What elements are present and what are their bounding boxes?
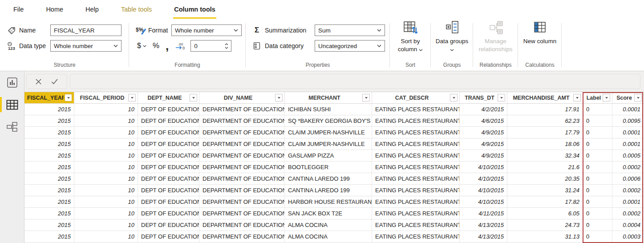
cell-merchandise_amt[interactable]: 21.6 xyxy=(507,162,583,173)
cell-merchant[interactable]: ICHIBAN SUSHI xyxy=(285,104,372,115)
cell-merchandise_amt[interactable]: 17.91 xyxy=(507,104,583,115)
cell-fiscal_year[interactable]: 2015 xyxy=(24,185,74,196)
cell-cat_descr[interactable]: EATING PLACES RESTAURANTS xyxy=(372,208,460,219)
cell-merchandise_amt[interactable]: 20.35 xyxy=(507,173,583,185)
cell-fiscal_period[interactable]: 10 xyxy=(74,208,138,219)
cell-fiscal_period[interactable]: 10 xyxy=(74,115,138,127)
cell-score[interactable]: 0.0006 xyxy=(612,173,644,185)
data-type-select[interactable]: Whole number xyxy=(50,40,122,52)
filter-dropdown-icon[interactable] xyxy=(65,94,72,101)
cell-label[interactable]: 0 xyxy=(583,196,612,208)
cell-merchant[interactable]: CANTINA LAREDO 199 xyxy=(285,185,372,196)
cell-merchandise_amt[interactable]: 18.06 xyxy=(507,138,583,150)
cell-score[interactable]: 0.0095 xyxy=(612,115,644,127)
cell-dept_name[interactable]: DEPT OF EDUCATION xyxy=(138,115,199,127)
cell-div_name[interactable]: DEPARTMENT OF EDUCATION xyxy=(199,162,285,173)
cell-dept_name[interactable]: DEPT OF EDUCATION xyxy=(138,104,199,115)
cell-merchant[interactable]: ALMA COCINA xyxy=(285,231,372,243)
menu-table-tools[interactable]: Table tools xyxy=(120,0,153,19)
cell-trans_dt[interactable]: 4/11/2015 xyxy=(460,208,507,219)
cell-fiscal_year[interactable]: 2015 xyxy=(24,208,74,219)
cell-merchandise_amt[interactable]: 31.13 xyxy=(507,231,583,243)
filter-dropdown-icon[interactable] xyxy=(498,94,505,101)
cell-label[interactable]: 0 xyxy=(583,150,612,162)
cell-div_name[interactable]: DEPARTMENT OF EDUCATION xyxy=(199,196,285,208)
cell-fiscal_period[interactable]: 10 xyxy=(74,150,138,162)
format-select[interactable]: Whole number xyxy=(171,24,242,36)
cell-score[interactable]: 0.0001 xyxy=(612,196,644,208)
cell-div_name[interactable]: DEPARTMENT OF EDUCATION xyxy=(199,138,285,150)
filter-dropdown-icon[interactable] xyxy=(603,94,610,101)
cell-merchandise_amt[interactable]: 31.24 xyxy=(507,185,583,196)
manage-relationships-button[interactable]: Manage relationships xyxy=(473,19,518,61)
cell-dept_name[interactable]: DEPT OF EDUCATION xyxy=(138,185,199,196)
cell-label[interactable]: 0 xyxy=(583,173,612,185)
filter-dropdown-icon[interactable] xyxy=(362,94,370,101)
column-header-fiscal_period[interactable]: FISCAL_PERIOD xyxy=(74,92,138,104)
menu-column-tools[interactable]: Column tools xyxy=(173,0,216,19)
cell-cat_descr[interactable]: EATING PLACES RESTAURANTS xyxy=(372,127,460,138)
report-view-button[interactable] xyxy=(0,71,24,93)
cell-fiscal_period[interactable]: 10 xyxy=(74,231,138,243)
cell-score[interactable]: 0.0001 xyxy=(612,104,644,115)
data-view-button[interactable] xyxy=(0,93,24,116)
cell-div_name[interactable]: DEPARTMENT OF EDUCATION xyxy=(199,185,285,196)
menu-home[interactable]: Home xyxy=(45,0,64,19)
cell-dept_name[interactable]: DEPT OF EDUCATION xyxy=(138,231,199,243)
filter-dropdown-icon[interactable] xyxy=(573,94,581,101)
summarization-select[interactable]: Sum xyxy=(315,24,385,36)
cell-trans_dt[interactable]: 4/10/2015 xyxy=(460,162,507,173)
thousands-separator-button[interactable]: , xyxy=(163,40,171,52)
cell-div_name[interactable]: DEPARTMENT OF EDUCATION xyxy=(199,115,285,127)
cell-fiscal_period[interactable]: 10 xyxy=(74,185,138,196)
cell-cat_descr[interactable]: EATING PLACES RESTAURANTS xyxy=(372,162,460,173)
cell-div_name[interactable]: DEPARTMENT OF EDUCATION xyxy=(199,208,285,219)
cell-merchandise_amt[interactable]: 32.34 xyxy=(507,150,583,162)
cell-cat_descr[interactable]: EATING PLACES RESTAURANTS xyxy=(372,115,460,127)
cell-merchant[interactable]: ALMA COCINA xyxy=(285,219,372,231)
cell-merchandise_amt[interactable]: 17.82 xyxy=(507,196,583,208)
cell-merchant[interactable]: CLAIM JUMPER-NASHVILLE xyxy=(285,138,372,150)
cell-score[interactable]: 0.0005 xyxy=(612,150,644,162)
column-header-score[interactable]: Score xyxy=(612,92,644,104)
cell-label[interactable]: 0 xyxy=(583,219,612,231)
cell-dept_name[interactable]: DEPT OF EDUCATION xyxy=(138,219,199,231)
new-column-button[interactable]: New column xyxy=(518,19,562,61)
cell-dept_name[interactable]: DEPT OF EDUCATION xyxy=(138,138,199,150)
column-header-merchandise_amt[interactable]: MERCHANDISE_AMT xyxy=(507,92,583,104)
cell-cat_descr[interactable]: EATING PLACES RESTAURANTS xyxy=(372,150,460,162)
cell-label[interactable]: 0 xyxy=(583,127,612,138)
cell-fiscal_period[interactable]: 10 xyxy=(74,127,138,138)
cell-fiscal_period[interactable]: 10 xyxy=(74,219,138,231)
cell-fiscal_period[interactable]: 10 xyxy=(74,104,138,115)
cell-merchant[interactable]: CLAIM JUMPER-NASHVILLE xyxy=(285,127,372,138)
column-header-div_name[interactable]: DIV_NAME xyxy=(199,92,285,104)
filter-dropdown-icon[interactable] xyxy=(190,94,197,101)
cell-score[interactable]: 0.0002 xyxy=(612,185,644,196)
column-name-input[interactable] xyxy=(50,24,122,36)
percent-format-button[interactable]: % xyxy=(150,40,162,52)
column-header-trans_dt[interactable]: TRANS_DT xyxy=(460,92,507,104)
cell-cat_descr[interactable]: EATING PLACES RESTAURANTS xyxy=(372,104,460,115)
currency-format-button[interactable]: $ xyxy=(135,40,149,52)
column-header-dept_name[interactable]: DEPT_NAME xyxy=(138,92,199,104)
cancel-icon[interactable] xyxy=(35,78,42,85)
data-groups-button[interactable]: Data groups xyxy=(431,19,473,61)
cell-fiscal_period[interactable]: 10 xyxy=(74,138,138,150)
cell-dept_name[interactable]: DEPT OF EDUCATION xyxy=(138,150,199,162)
cell-div_name[interactable]: DEPARTMENT OF EDUCATION xyxy=(199,127,285,138)
column-header-merchant[interactable]: MERCHANT xyxy=(285,92,372,104)
cell-trans_dt[interactable]: 4/6/2015 xyxy=(460,115,507,127)
cell-label[interactable]: 0 xyxy=(583,162,612,173)
cell-fiscal_year[interactable]: 2015 xyxy=(24,173,74,185)
cell-merchant[interactable]: GASLAMP PIZZA xyxy=(285,150,372,162)
cell-fiscal_year[interactable]: 2015 xyxy=(24,162,74,173)
cell-merchandise_amt[interactable]: 17.79 xyxy=(507,127,583,138)
cell-div_name[interactable]: DEPARTMENT OF EDUCATION xyxy=(199,219,285,231)
decimal-places-stepper[interactable]: 0 xyxy=(190,40,231,52)
cell-trans_dt[interactable]: 4/2/2015 xyxy=(460,104,507,115)
cell-trans_dt[interactable]: 4/9/2015 xyxy=(460,150,507,162)
filter-dropdown-icon[interactable] xyxy=(128,94,136,101)
cell-div_name[interactable]: DEPARTMENT OF EDUCATION xyxy=(199,231,285,243)
cell-dept_name[interactable]: DEPT OF EDUCATION xyxy=(138,162,199,173)
